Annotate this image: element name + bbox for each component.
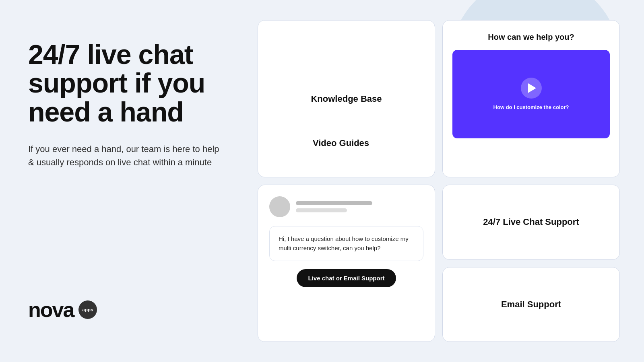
chat-bubble-text: Hi, I have a question about how to custo… [279, 234, 414, 253]
logo-badge: apps [78, 300, 97, 319]
knowledge-base-card[interactable]: Knowledge Base [258, 20, 435, 177]
chat-line-1 [296, 201, 372, 205]
help-card: How can we help you? How do I customize … [442, 20, 620, 177]
knowledge-base-label: Knowledge Base [311, 94, 382, 104]
chat-preview: Hi, I have a question about how to custo… [258, 185, 435, 341]
play-icon [528, 83, 536, 93]
right-panel: Knowledge Base How can we help you? How … [250, 0, 644, 362]
chat-line-2 [296, 208, 347, 212]
main-heading: 24/7 live chat support if you need a han… [28, 40, 221, 126]
left-panel: 24/7 live chat support if you need a han… [0, 0, 250, 362]
help-title: How can we help you? [488, 33, 574, 42]
chat-avatar [269, 196, 290, 217]
right-bottom-right: 24/7 Live Chat Support Email Support [442, 185, 620, 342]
logo-area: nova apps [28, 298, 221, 322]
email-support-label: Email Support [501, 299, 561, 310]
chat-header-lines [296, 201, 423, 212]
chat-bubble: Hi, I have a question about how to custo… [269, 226, 423, 261]
video-player[interactable]: How do I customize the color? [452, 50, 610, 138]
email-support-card[interactable]: Email Support [442, 267, 620, 342]
left-content: 24/7 live chat support if you need a han… [28, 40, 221, 169]
chat-header [269, 196, 423, 217]
sub-text: If you ever need a hand, our team is her… [28, 142, 221, 169]
play-button[interactable] [521, 78, 542, 99]
live-chat-label: 24/7 Live Chat Support [483, 217, 579, 227]
main-container: 24/7 live chat support if you need a han… [0, 0, 644, 362]
live-chat-support-card[interactable]: 24/7 Live Chat Support [442, 185, 620, 260]
live-chat-email-button[interactable]: Live chat or Email Support [297, 269, 396, 287]
video-caption: How do I customize the color? [493, 104, 569, 110]
video-guides-card[interactable]: Hi, I have a question about how to custo… [258, 185, 435, 342]
logo-text: nova [28, 298, 74, 322]
